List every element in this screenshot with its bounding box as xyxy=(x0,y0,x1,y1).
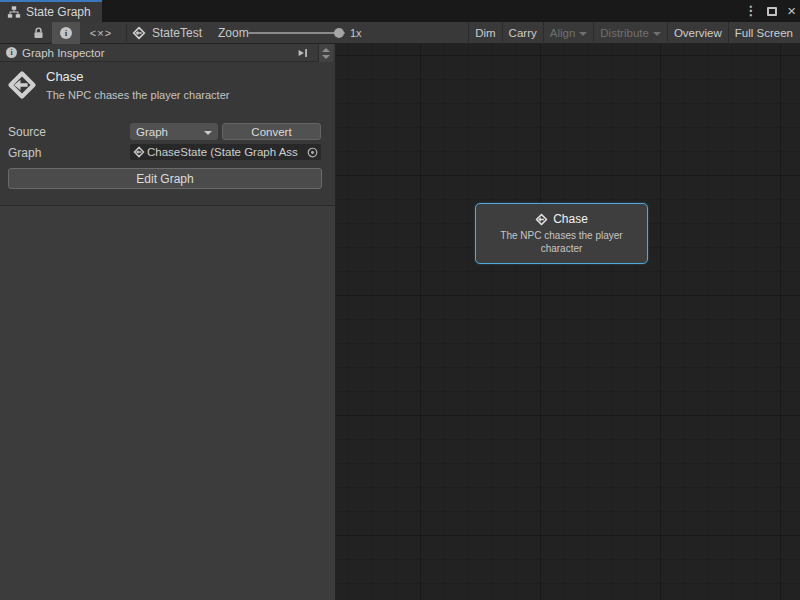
zoom-slider-track xyxy=(248,32,345,34)
graph-toolbar: i <×> StateTest Zoom 1x Dim Carry Align … xyxy=(0,22,800,44)
node-title: Chase xyxy=(553,212,588,226)
window-menu-icon[interactable]: ⋮ xyxy=(744,0,757,22)
graph-object-field[interactable]: ChaseState (State Graph Ass xyxy=(130,144,321,160)
state-description: The NPC chases the player character xyxy=(46,89,229,101)
maximize-icon[interactable] xyxy=(767,7,777,16)
node-title-row: Chase xyxy=(476,212,647,226)
zoom-value: 1x xyxy=(350,22,362,44)
state-summary: Chase The NPC chases the player characte… xyxy=(0,62,335,122)
graph-label: Graph xyxy=(8,146,41,160)
full-screen-button[interactable]: Full Screen xyxy=(728,22,799,44)
graph-breadcrumb[interactable]: StateTest xyxy=(132,22,202,44)
state-title: Chase xyxy=(46,69,84,84)
info-icon: i xyxy=(60,27,72,39)
panel-scroll-spinner[interactable] xyxy=(318,44,333,62)
source-label: Source xyxy=(8,125,46,139)
inspector-empty-area xyxy=(0,206,335,600)
graph-object-value: ChaseState (State Graph Ass xyxy=(147,146,304,158)
dock-sidebar-button[interactable] xyxy=(293,45,313,61)
hierarchy-graph-icon xyxy=(7,5,21,19)
chevron-down-icon xyxy=(204,131,212,135)
state-graph-icon xyxy=(132,26,146,40)
zoom-slider[interactable] xyxy=(248,22,345,44)
zoom-label: Zoom xyxy=(218,22,249,44)
zoom-slider-handle[interactable] xyxy=(334,28,344,38)
state-unit-icon xyxy=(7,70,37,100)
chevron-down-icon xyxy=(579,32,587,36)
state-node-chase[interactable]: Chase The NPC chases the player characte… xyxy=(475,203,648,264)
align-button[interactable]: Align xyxy=(543,22,594,44)
dock-arrow-icon xyxy=(296,46,310,60)
chevron-up-icon xyxy=(322,48,330,52)
graph-inspector-header: i Graph Inspector xyxy=(0,44,335,62)
source-dropdown[interactable]: Graph xyxy=(130,123,218,140)
carry-button[interactable]: Carry xyxy=(502,22,543,44)
info-icon: i xyxy=(6,47,17,58)
state-graph-window: State Graph ⋮ × i <×> StateTest Zoom xyxy=(0,0,800,600)
inspector-title: Graph Inspector xyxy=(22,47,104,59)
values-toggle-button[interactable]: <×> xyxy=(80,22,122,44)
convert-button[interactable]: Convert xyxy=(222,123,321,140)
tab-title: State Graph xyxy=(26,5,91,19)
overview-button[interactable]: Overview xyxy=(667,22,728,44)
graph-canvas[interactable]: Chase The NPC chases the player characte… xyxy=(336,44,800,600)
toolbar-right-buttons: Dim Carry Align Distribute Overview Full… xyxy=(468,22,799,44)
graph-name: StateTest xyxy=(152,26,202,40)
lock-icon xyxy=(32,26,45,40)
source-dropdown-value: Graph xyxy=(136,126,204,138)
chevron-down-icon xyxy=(653,32,661,36)
edit-graph-button[interactable]: Edit Graph xyxy=(8,168,322,189)
titlebar: State Graph ⋮ × xyxy=(0,0,800,22)
state-unit-icon xyxy=(535,213,548,226)
close-icon[interactable]: × xyxy=(787,0,796,22)
dim-button[interactable]: Dim xyxy=(468,22,501,44)
node-description: The NPC chases the player character xyxy=(476,229,647,255)
chevron-down-icon xyxy=(322,55,330,59)
object-picker-icon[interactable] xyxy=(306,146,319,159)
inspector-toggle-button[interactable]: i xyxy=(52,22,80,44)
graph-inspector-panel: i Graph Inspector Chase The NPC chases t… xyxy=(0,44,336,600)
distribute-button[interactable]: Distribute xyxy=(593,22,667,44)
tab-state-graph[interactable]: State Graph xyxy=(0,0,102,22)
lock-button[interactable] xyxy=(26,22,50,44)
state-graph-asset-icon xyxy=(133,146,145,158)
